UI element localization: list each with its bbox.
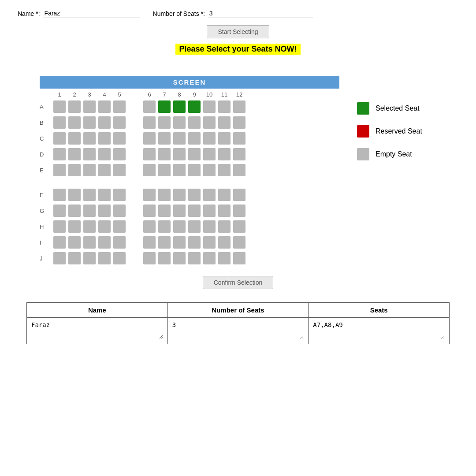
seat-J6[interactable] — [143, 252, 156, 264]
seat-C6[interactable] — [143, 132, 156, 145]
seat-C10[interactable] — [203, 132, 216, 145]
seat-C7[interactable] — [158, 132, 171, 145]
seat-I2[interactable] — [68, 236, 81, 249]
seat-E4[interactable] — [98, 164, 111, 176]
seat-F10[interactable] — [203, 189, 216, 201]
seat-G12[interactable] — [233, 205, 245, 217]
seat-G2[interactable] — [68, 205, 81, 217]
seat-I9[interactable] — [188, 236, 201, 249]
seat-A2[interactable] — [68, 100, 81, 113]
seat-C11[interactable] — [218, 132, 231, 145]
seat-A10[interactable] — [203, 100, 216, 113]
table-seat-ids-textarea[interactable]: A7,A8,A9 — [313, 321, 445, 339]
seat-B6[interactable] — [143, 116, 156, 129]
seat-G8[interactable] — [173, 205, 186, 217]
seat-J9[interactable] — [188, 252, 201, 264]
seat-J11[interactable] — [218, 252, 231, 264]
seat-B9[interactable] — [188, 116, 201, 129]
seat-D2[interactable] — [68, 148, 81, 160]
seat-E3[interactable] — [83, 164, 96, 176]
seat-B10[interactable] — [203, 116, 216, 129]
seat-F5[interactable] — [113, 189, 126, 201]
seat-E11[interactable] — [218, 164, 231, 176]
seat-J2[interactable] — [68, 252, 81, 264]
seat-B5[interactable] — [113, 116, 126, 129]
seat-G11[interactable] — [218, 205, 231, 217]
seat-I7[interactable] — [158, 236, 171, 249]
seat-C1[interactable] — [53, 132, 66, 145]
seat-B11[interactable] — [218, 116, 231, 129]
seat-D11[interactable] — [218, 148, 231, 160]
seat-C3[interactable] — [83, 132, 96, 145]
seat-C12[interactable] — [233, 132, 245, 145]
seat-A11[interactable] — [218, 100, 231, 113]
seat-E12[interactable] — [233, 164, 245, 176]
seat-H10[interactable] — [203, 220, 216, 233]
seat-D1[interactable] — [53, 148, 66, 160]
seat-I10[interactable] — [203, 236, 216, 249]
table-name-textarea[interactable]: Faraz — [31, 321, 163, 339]
seat-D12[interactable] — [233, 148, 245, 160]
seat-E2[interactable] — [68, 164, 81, 176]
seat-D9[interactable] — [188, 148, 201, 160]
seat-I8[interactable] — [173, 236, 186, 249]
seat-A7[interactable] — [158, 100, 171, 113]
seat-D4[interactable] — [98, 148, 111, 160]
seat-I4[interactable] — [98, 236, 111, 249]
seat-J10[interactable] — [203, 252, 216, 264]
seat-A8[interactable] — [173, 100, 186, 113]
seat-H7[interactable] — [158, 220, 171, 233]
seat-H6[interactable] — [143, 220, 156, 233]
seat-F7[interactable] — [158, 189, 171, 201]
name-input[interactable] — [43, 9, 140, 18]
seat-H12[interactable] — [233, 220, 245, 233]
seat-F11[interactable] — [218, 189, 231, 201]
seat-B12[interactable] — [233, 116, 245, 129]
seat-F1[interactable] — [53, 189, 66, 201]
seat-I12[interactable] — [233, 236, 245, 249]
seat-G3[interactable] — [83, 205, 96, 217]
seat-E5[interactable] — [113, 164, 126, 176]
seat-D8[interactable] — [173, 148, 186, 160]
seat-B2[interactable] — [68, 116, 81, 129]
seat-H8[interactable] — [173, 220, 186, 233]
seat-G9[interactable] — [188, 205, 201, 217]
seat-D10[interactable] — [203, 148, 216, 160]
seat-A12[interactable] — [233, 100, 245, 113]
seat-J1[interactable] — [53, 252, 66, 264]
start-selecting-button[interactable]: Start Selecting — [207, 25, 269, 38]
seat-B3[interactable] — [83, 116, 96, 129]
seat-F9[interactable] — [188, 189, 201, 201]
seat-E6[interactable] — [143, 164, 156, 176]
seat-I5[interactable] — [113, 236, 126, 249]
seat-A1[interactable] — [53, 100, 66, 113]
seat-E8[interactable] — [173, 164, 186, 176]
seat-A4[interactable] — [98, 100, 111, 113]
seat-H2[interactable] — [68, 220, 81, 233]
seat-H11[interactable] — [218, 220, 231, 233]
seat-F4[interactable] — [98, 189, 111, 201]
table-num-seats-textarea[interactable]: 3 — [172, 321, 304, 339]
seat-D3[interactable] — [83, 148, 96, 160]
seat-G6[interactable] — [143, 205, 156, 217]
seat-G10[interactable] — [203, 205, 216, 217]
seat-F8[interactable] — [173, 189, 186, 201]
seat-I1[interactable] — [53, 236, 66, 249]
seat-C4[interactable] — [98, 132, 111, 145]
seat-E7[interactable] — [158, 164, 171, 176]
seat-B8[interactable] — [173, 116, 186, 129]
seat-A5[interactable] — [113, 100, 126, 113]
seat-E1[interactable] — [53, 164, 66, 176]
seat-J3[interactable] — [83, 252, 96, 264]
seat-J4[interactable] — [98, 252, 111, 264]
seat-A9[interactable] — [188, 100, 201, 113]
confirm-selection-button[interactable]: Confirm Selection — [203, 276, 274, 289]
seat-F2[interactable] — [68, 189, 81, 201]
seat-H9[interactable] — [188, 220, 201, 233]
seat-D6[interactable] — [143, 148, 156, 160]
seat-F3[interactable] — [83, 189, 96, 201]
seat-A3[interactable] — [83, 100, 96, 113]
seat-C5[interactable] — [113, 132, 126, 145]
seat-D7[interactable] — [158, 148, 171, 160]
seat-G5[interactable] — [113, 205, 126, 217]
